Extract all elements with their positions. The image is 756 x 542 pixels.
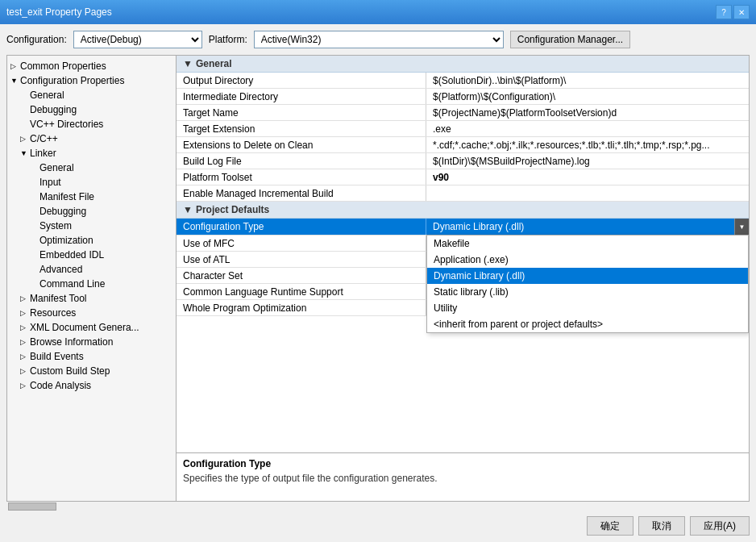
tree-item-label-embedded-idl: Embedded IDL xyxy=(39,249,104,261)
general-prop-row: Target Name$(ProjectName)$(PlatformTools… xyxy=(177,105,749,121)
close-button[interactable]: ✕ xyxy=(733,5,750,19)
tree-item-build-events[interactable]: ▷Build Events xyxy=(7,349,176,364)
prop-value[interactable] xyxy=(426,186,749,201)
platform-select[interactable]: Active(Win32) xyxy=(254,31,504,48)
config-type-dropdown-list: MakefileApplication (.exe)Dynamic Librar… xyxy=(426,235,749,333)
project-defaults-section-header: ▼ Project Defaults xyxy=(177,202,749,219)
prop-value[interactable]: $(SolutionDir)..\bin\$(Platform)\ xyxy=(426,73,749,88)
prop-name: Whole Program Optimization xyxy=(177,300,426,315)
tree-item-label-advanced: Advanced xyxy=(39,264,82,275)
cancel-button[interactable]: 取消 xyxy=(638,516,685,536)
property-grid: ▼ General Output Directory$(SolutionDir)… xyxy=(177,56,749,452)
help-button[interactable]: ? xyxy=(716,5,732,19)
tree-item-label-optimization: Optimization xyxy=(39,235,93,246)
tree-item-command-line[interactable]: Command Line xyxy=(7,277,176,291)
tree-item-label-common-properties: Common Properties xyxy=(20,60,106,72)
tree-item-configuration-properties[interactable]: ▼Configuration Properties xyxy=(7,73,176,88)
tree-item-common-properties[interactable]: ▷Common Properties xyxy=(7,59,176,73)
general-prop-row: Intermediate Directory$(Platform)\$(Conf… xyxy=(177,89,749,105)
tree-item-label-custom-build-step: Custom Build Step xyxy=(30,365,110,377)
tree-item-label-build-events: Build Events xyxy=(30,351,84,362)
apply-button[interactable]: 应用(A) xyxy=(690,516,750,536)
tree-item-label-general: General xyxy=(30,90,64,101)
tree-item-linker-general[interactable]: General xyxy=(7,161,176,175)
tree-scrollbar-thumb[interactable] xyxy=(8,502,56,511)
tree-item-label-c-cpp: C/C++ xyxy=(30,133,58,144)
tree-item-manifest-file[interactable]: Manifest File xyxy=(7,190,176,204)
config-type-value: Dynamic Library (.dll) xyxy=(426,219,734,234)
title-bar: test_exit Property Pages ? ✕ xyxy=(0,0,756,24)
dropdown-option[interactable]: Application (.exe) xyxy=(427,252,748,268)
dropdown-option[interactable]: Static library (.lib) xyxy=(427,284,748,300)
dropdown-option[interactable]: Utility xyxy=(427,300,748,316)
general-prop-row: Extensions to Delete on Clean*.cdf;*.cac… xyxy=(177,137,749,153)
tree-item-label-vc-directories: VC++ Directories xyxy=(30,119,103,130)
tree-item-debugging[interactable]: Debugging xyxy=(7,102,176,117)
config-type-dropdown-arrow[interactable]: ▼ xyxy=(734,219,749,235)
tree-item-label-linker-debugging: Debugging xyxy=(39,206,86,217)
tree-item-linker[interactable]: ▼Linker xyxy=(7,146,176,161)
prop-name: Use of MFC xyxy=(177,236,426,251)
tree-panel: ▷Common Properties▼Configuration Propert… xyxy=(7,56,177,501)
main-area: ▷Common Properties▼Configuration Propert… xyxy=(6,55,750,502)
general-prop-row: Build Log File$(IntDir)\$(MSBuildProject… xyxy=(177,153,749,169)
tree-item-resources[interactable]: ▷Resources xyxy=(7,306,176,320)
tree-scrollbar[interactable] xyxy=(6,502,176,511)
prop-name: Character Set xyxy=(177,268,426,283)
prop-value[interactable]: $(Platform)\$(Configuration)\ xyxy=(426,89,749,104)
prop-value[interactable]: $(IntDir)\$(MSBuildProjectName).log xyxy=(426,153,749,169)
config-type-row: Configuration Type Dynamic Library (.dll… xyxy=(177,219,749,236)
tree-item-linker-input[interactable]: Input xyxy=(7,175,176,190)
config-manager-button[interactable]: Configuration Manager... xyxy=(510,31,630,48)
tree-item-label-manifest-file: Manifest File xyxy=(39,191,94,202)
prop-name: Platform Toolset xyxy=(177,169,426,185)
configuration-select[interactable]: Active(Debug) xyxy=(73,31,202,48)
prop-name: Common Language Runtime Support xyxy=(177,284,426,299)
prop-name: Intermediate Directory xyxy=(177,89,426,104)
tree-item-label-system: System xyxy=(39,220,72,231)
tree-item-label-debugging: Debugging xyxy=(30,104,77,115)
tree-item-label-resources: Resources xyxy=(30,307,76,319)
general-collapse-icon: ▼ xyxy=(183,58,193,69)
tree-item-label-code-analysis: Code Analysis xyxy=(30,380,91,391)
prop-name: Build Log File xyxy=(177,153,426,169)
prop-value[interactable]: .exe xyxy=(426,121,749,136)
tree-item-general[interactable]: General xyxy=(7,88,176,102)
tree-item-c-cpp[interactable]: ▷C/C++ xyxy=(7,131,176,146)
prop-value[interactable]: $(ProjectName)$(PlatformToolsetVersion)d xyxy=(426,105,749,120)
dropdown-option[interactable]: Dynamic Library (.dll) xyxy=(427,268,748,284)
prop-value[interactable]: *.cdf;*.cache;*.obj;*.ilk;*.resources;*.… xyxy=(426,137,749,152)
tree-item-label-manifest-tool: Manifest Tool xyxy=(30,293,86,304)
tree-item-xml-document-generator[interactable]: ▷XML Document Genera... xyxy=(7,320,176,335)
prop-value[interactable]: v90 xyxy=(426,169,749,185)
tree-item-advanced[interactable]: Advanced xyxy=(7,262,176,277)
tree-item-embedded-idl[interactable]: Embedded IDL xyxy=(7,248,176,262)
tree-item-custom-build-step[interactable]: ▷Custom Build Step xyxy=(7,364,176,378)
tree-item-label-linker-input: Input xyxy=(39,177,61,188)
general-section-title: General xyxy=(196,58,232,69)
dropdown-option[interactable]: <inherit from parent or project defaults… xyxy=(427,316,748,332)
tree-item-linker-debugging[interactable]: Debugging xyxy=(7,204,176,219)
general-section-header: ▼ General xyxy=(177,56,749,73)
tree-item-code-analysis[interactable]: ▷Code Analysis xyxy=(7,378,176,393)
ok-button[interactable]: 确定 xyxy=(587,516,633,536)
info-panel-title: Configuration Type xyxy=(183,458,742,469)
dialog-title: test_exit Property Pages xyxy=(6,6,112,18)
prop-name: Output Directory xyxy=(177,73,426,88)
configuration-bar: Configuration: Active(Debug) Platform: A… xyxy=(6,31,750,48)
tree-item-manifest-tool[interactable]: ▷Manifest Tool xyxy=(7,291,176,306)
general-prop-row: Target Extension.exe xyxy=(177,121,749,137)
tree-item-vc-directories[interactable]: VC++ Directories xyxy=(7,117,176,131)
tree-item-optimization[interactable]: Optimization xyxy=(7,233,176,248)
config-type-prop-name: Configuration Type xyxy=(183,221,264,232)
general-prop-row: Enable Managed Incremental Build xyxy=(177,186,749,202)
dropdown-option[interactable]: Makefile xyxy=(427,236,748,252)
tree-item-system[interactable]: System xyxy=(7,219,176,233)
general-prop-row: Output Directory$(SolutionDir)..\bin\$(P… xyxy=(177,73,749,89)
tree-item-browse-information[interactable]: ▷Browse Information xyxy=(7,335,176,349)
project-defaults-section-title: Project Defaults xyxy=(196,204,269,215)
tree-item-label-browse-information: Browse Information xyxy=(30,336,113,348)
tree-item-label-linker-general: General xyxy=(39,162,74,173)
info-panel-description: Specifies the type of output file the co… xyxy=(183,473,742,484)
tree-item-label-linker: Linker xyxy=(30,148,56,159)
